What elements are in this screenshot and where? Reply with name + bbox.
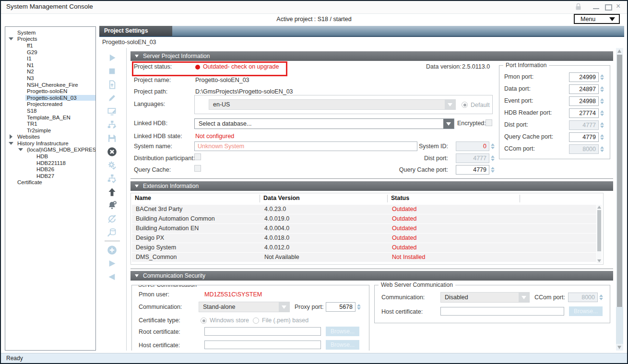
extension-row[interactable]: Building Automation Common4.0.019.0Outda… — [132, 214, 596, 223]
close-icon[interactable]: × — [616, 2, 620, 11]
toolbar-refresh-off-icon[interactable] — [106, 213, 118, 224]
tree-item[interactable]: TR1 — [5, 120, 95, 127]
dist-port-spinner[interactable] — [490, 153, 495, 163]
toolbar-triangle-left-icon[interactable] — [106, 271, 118, 282]
query-cache-port-spinbox[interactable]: 4779 — [456, 165, 489, 175]
tab-project-settings[interactable]: Project Settings — [99, 26, 172, 36]
port-spinbox[interactable]: 27774 — [569, 108, 599, 118]
scroll-up-icon[interactable] — [617, 49, 621, 53]
web-host-certificate-browse-button[interactable]: Browse... — [569, 306, 603, 316]
tree-item[interactable]: Projectcreated — [5, 101, 95, 108]
tree-item[interactable]: N1 — [5, 62, 95, 69]
extension-row[interactable]: Building Automation EN4.0.004.0Outdated — [132, 224, 596, 233]
port-spinner[interactable] — [600, 72, 604, 82]
port-spinbox[interactable]: 4777 — [569, 120, 599, 130]
port-spinbox[interactable]: 24998 — [569, 96, 599, 106]
port-spinbox[interactable]: 24999 — [569, 72, 599, 82]
tree-right-arrow-icon[interactable] — [8, 134, 14, 139]
maximize-icon[interactable] — [605, 4, 612, 11]
extension-row[interactable]: DMS_CommonNot AvailableNot Installed — [132, 253, 596, 262]
tree-item[interactable]: HDB27 — [5, 173, 95, 179]
language-dropdown[interactable]: en-US — [209, 99, 456, 110]
port-spinner[interactable] — [600, 108, 604, 118]
extension-row[interactable]: Desigo PX4.0.018.0Outdated — [132, 234, 596, 243]
tree-item[interactable]: NSH_Cherokee_Fire — [5, 82, 95, 88]
host-certificate-browse-button[interactable]: Browse... — [326, 340, 359, 350]
tree-item[interactable]: Progetto-soloEN_03 — [5, 94, 95, 101]
extension-row[interactable]: Desigo System4.0.012.0Outdated — [132, 243, 596, 252]
minimize-icon[interactable] — [593, 8, 599, 9]
section-header-server-project-information[interactable]: Server Project Information — [130, 51, 613, 61]
scroll-up-icon[interactable] — [597, 206, 601, 209]
port-spinner[interactable] — [600, 84, 604, 94]
toolbar-network-edit-icon[interactable] — [106, 119, 118, 130]
host-certificate-input[interactable] — [204, 341, 321, 349]
port-spinner[interactable] — [600, 96, 604, 106]
distribution-participant-checkbox[interactable] — [194, 153, 201, 160]
tree-item[interactable]: Websites — [5, 134, 95, 141]
main-vertical-scrollbar[interactable] — [616, 48, 623, 351]
root-certificate-input[interactable] — [204, 327, 321, 336]
toolbar-pen-icon[interactable] — [106, 92, 118, 104]
port-spinbox[interactable]: 8000 — [569, 144, 599, 154]
windows-store-radio[interactable] — [201, 317, 207, 324]
proxy-port-spinner[interactable] — [356, 302, 361, 312]
port-spinbox[interactable]: 4779 — [569, 132, 599, 142]
port-spinbox[interactable]: 24897 — [569, 84, 599, 94]
server-communication-dropdown[interactable]: Stand-alone — [199, 302, 290, 312]
ccom-port-spinbox[interactable]: 8000 — [568, 293, 598, 302]
tree-item[interactable]: HDB221118 — [5, 160, 95, 166]
port-spinner[interactable] — [600, 132, 604, 142]
proxy-port-spinbox[interactable]: 5678 — [326, 302, 355, 312]
toolbar-document-restore-icon[interactable] — [106, 79, 118, 90]
web-communication-dropdown[interactable]: Disabled — [440, 292, 530, 303]
tree-item[interactable]: I1 — [5, 55, 95, 62]
tree-item[interactable]: N3 — [5, 75, 95, 82]
system-id-spinbox[interactable]: 0 — [456, 141, 489, 151]
linked-hdb-dropdown[interactable]: Select a database... — [194, 118, 454, 129]
ccom-port-spinner[interactable] — [599, 293, 604, 302]
tree-down-arrow-icon[interactable] — [8, 36, 14, 41]
section-header-extension-information[interactable]: Extension Information — [130, 181, 613, 191]
tree-item[interactable]: G29 — [5, 49, 95, 56]
tree-item[interactable]: System — [5, 29, 95, 36]
default-language-radio[interactable] — [462, 102, 468, 108]
port-spinner[interactable] — [600, 144, 604, 154]
tree-item[interactable]: ff1 — [5, 42, 95, 49]
tree-item[interactable]: HDB — [5, 153, 95, 160]
toolbar-network-check-icon[interactable] — [106, 173, 118, 184]
toolbar-close-circle-icon[interactable] — [106, 146, 118, 157]
tree-item[interactable]: Progetto-soloEN — [5, 88, 95, 94]
extension-table-scrollbar[interactable] — [597, 205, 602, 263]
tree-item[interactable]: (local)\GMS_HDB_EXPRESS — [5, 147, 95, 153]
extension-row[interactable]: BACnet 3rd Party4.0.23.0Outdated — [132, 205, 596, 214]
column-header-data-version[interactable]: Data Version — [263, 195, 300, 201]
scroll-down-icon[interactable] — [597, 259, 601, 262]
menu-button[interactable]: Menu — [574, 14, 620, 24]
toolbar-arrow-up-icon[interactable] — [106, 186, 118, 198]
encrypted-checkbox[interactable] — [486, 119, 492, 126]
scrollbar-thumb[interactable] — [597, 210, 601, 251]
column-header-name[interactable]: Name — [135, 195, 151, 201]
tree-item[interactable]: History Infrastructure — [5, 140, 95, 147]
query-cache-port-spinner[interactable] — [490, 165, 495, 175]
column-header-status[interactable]: Status — [391, 195, 409, 201]
tree-item[interactable]: Certificate — [5, 179, 95, 186]
query-cache-checkbox[interactable] — [194, 165, 201, 172]
scrollbar-thumb[interactable] — [617, 55, 622, 307]
scrollbar-track[interactable] — [616, 307, 623, 344]
toolbar-monitor-edit-icon[interactable] — [106, 106, 118, 117]
toolbar-bell-off-icon[interactable] — [106, 200, 118, 211]
web-host-certificate-input[interactable] — [440, 307, 564, 316]
port-spinner[interactable] — [600, 120, 604, 130]
file-pem-radio[interactable] — [253, 317, 259, 324]
scroll-down-icon[interactable] — [617, 346, 621, 349]
toolbar-stop-icon[interactable] — [106, 65, 118, 77]
system-id-spinner[interactable] — [490, 141, 495, 151]
tree-item[interactable]: Tr2simple — [5, 127, 95, 134]
tree-item[interactable]: N2 — [5, 69, 95, 75]
tree-item[interactable]: Projects — [5, 36, 95, 43]
toolbar-save-icon[interactable] — [106, 132, 118, 144]
toolbar-plus-circle-icon[interactable] — [106, 244, 118, 256]
section-header-communication-security[interactable]: Communication Security — [130, 271, 613, 281]
